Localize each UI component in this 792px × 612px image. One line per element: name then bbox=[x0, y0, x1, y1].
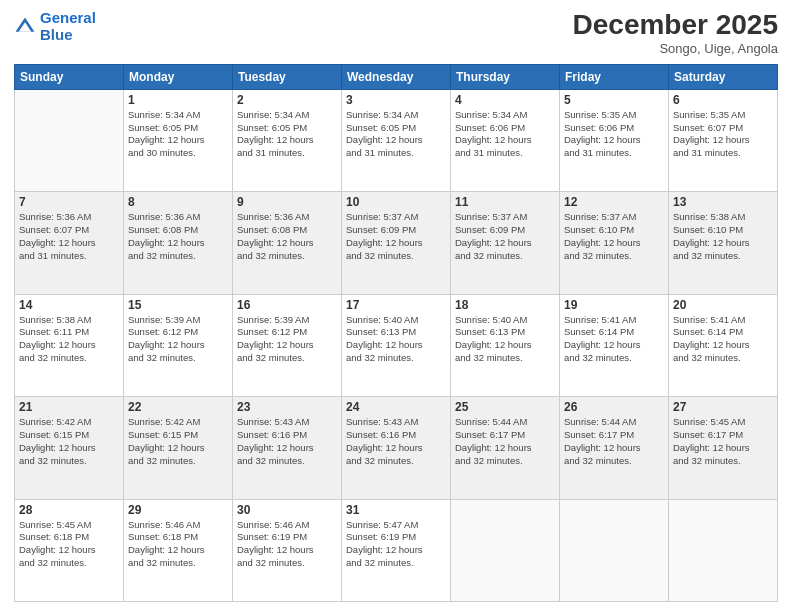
day-info: Sunrise: 5:35 AM Sunset: 6:06 PM Dayligh… bbox=[564, 109, 664, 160]
day-number: 23 bbox=[237, 400, 337, 414]
table-row: 30Sunrise: 5:46 AM Sunset: 6:19 PM Dayli… bbox=[233, 499, 342, 601]
day-number: 7 bbox=[19, 195, 119, 209]
table-row: 2Sunrise: 5:34 AM Sunset: 6:05 PM Daylig… bbox=[233, 89, 342, 191]
table-row: 24Sunrise: 5:43 AM Sunset: 6:16 PM Dayli… bbox=[342, 397, 451, 499]
logo-line1: General bbox=[40, 9, 96, 26]
table-row: 17Sunrise: 5:40 AM Sunset: 6:13 PM Dayli… bbox=[342, 294, 451, 396]
day-number: 8 bbox=[128, 195, 228, 209]
day-number: 12 bbox=[564, 195, 664, 209]
day-info: Sunrise: 5:36 AM Sunset: 6:08 PM Dayligh… bbox=[128, 211, 228, 262]
day-number: 10 bbox=[346, 195, 446, 209]
table-row: 18Sunrise: 5:40 AM Sunset: 6:13 PM Dayli… bbox=[451, 294, 560, 396]
day-number: 27 bbox=[673, 400, 773, 414]
day-number: 26 bbox=[564, 400, 664, 414]
day-number: 31 bbox=[346, 503, 446, 517]
table-row: 12Sunrise: 5:37 AM Sunset: 6:10 PM Dayli… bbox=[560, 192, 669, 294]
table-row: 29Sunrise: 5:46 AM Sunset: 6:18 PM Dayli… bbox=[124, 499, 233, 601]
table-row bbox=[669, 499, 778, 601]
table-row: 4Sunrise: 5:34 AM Sunset: 6:06 PM Daylig… bbox=[451, 89, 560, 191]
table-row bbox=[451, 499, 560, 601]
table-row: 22Sunrise: 5:42 AM Sunset: 6:15 PM Dayli… bbox=[124, 397, 233, 499]
col-sunday: Sunday bbox=[15, 64, 124, 89]
table-row: 21Sunrise: 5:42 AM Sunset: 6:15 PM Dayli… bbox=[15, 397, 124, 499]
col-monday: Monday bbox=[124, 64, 233, 89]
logo-line2: Blue bbox=[40, 26, 73, 43]
day-info: Sunrise: 5:47 AM Sunset: 6:19 PM Dayligh… bbox=[346, 519, 446, 570]
table-row: 6Sunrise: 5:35 AM Sunset: 6:07 PM Daylig… bbox=[669, 89, 778, 191]
table-row: 15Sunrise: 5:39 AM Sunset: 6:12 PM Dayli… bbox=[124, 294, 233, 396]
day-info: Sunrise: 5:40 AM Sunset: 6:13 PM Dayligh… bbox=[346, 314, 446, 365]
day-info: Sunrise: 5:44 AM Sunset: 6:17 PM Dayligh… bbox=[564, 416, 664, 467]
day-number: 4 bbox=[455, 93, 555, 107]
table-row: 25Sunrise: 5:44 AM Sunset: 6:17 PM Dayli… bbox=[451, 397, 560, 499]
table-row: 10Sunrise: 5:37 AM Sunset: 6:09 PM Dayli… bbox=[342, 192, 451, 294]
calendar-title: December 2025 bbox=[573, 10, 778, 41]
day-info: Sunrise: 5:34 AM Sunset: 6:05 PM Dayligh… bbox=[346, 109, 446, 160]
day-info: Sunrise: 5:44 AM Sunset: 6:17 PM Dayligh… bbox=[455, 416, 555, 467]
day-info: Sunrise: 5:42 AM Sunset: 6:15 PM Dayligh… bbox=[128, 416, 228, 467]
day-info: Sunrise: 5:43 AM Sunset: 6:16 PM Dayligh… bbox=[237, 416, 337, 467]
col-saturday: Saturday bbox=[669, 64, 778, 89]
day-number: 21 bbox=[19, 400, 119, 414]
table-row: 14Sunrise: 5:38 AM Sunset: 6:11 PM Dayli… bbox=[15, 294, 124, 396]
col-tuesday: Tuesday bbox=[233, 64, 342, 89]
day-info: Sunrise: 5:37 AM Sunset: 6:10 PM Dayligh… bbox=[564, 211, 664, 262]
day-info: Sunrise: 5:41 AM Sunset: 6:14 PM Dayligh… bbox=[564, 314, 664, 365]
day-number: 19 bbox=[564, 298, 664, 312]
day-info: Sunrise: 5:39 AM Sunset: 6:12 PM Dayligh… bbox=[128, 314, 228, 365]
day-number: 9 bbox=[237, 195, 337, 209]
day-info: Sunrise: 5:36 AM Sunset: 6:08 PM Dayligh… bbox=[237, 211, 337, 262]
day-info: Sunrise: 5:38 AM Sunset: 6:11 PM Dayligh… bbox=[19, 314, 119, 365]
day-number: 2 bbox=[237, 93, 337, 107]
day-number: 17 bbox=[346, 298, 446, 312]
table-row: 9Sunrise: 5:36 AM Sunset: 6:08 PM Daylig… bbox=[233, 192, 342, 294]
day-number: 13 bbox=[673, 195, 773, 209]
table-row: 8Sunrise: 5:36 AM Sunset: 6:08 PM Daylig… bbox=[124, 192, 233, 294]
table-row: 31Sunrise: 5:47 AM Sunset: 6:19 PM Dayli… bbox=[342, 499, 451, 601]
day-info: Sunrise: 5:43 AM Sunset: 6:16 PM Dayligh… bbox=[346, 416, 446, 467]
day-number: 22 bbox=[128, 400, 228, 414]
table-row: 3Sunrise: 5:34 AM Sunset: 6:05 PM Daylig… bbox=[342, 89, 451, 191]
table-row: 28Sunrise: 5:45 AM Sunset: 6:18 PM Dayli… bbox=[15, 499, 124, 601]
day-number: 30 bbox=[237, 503, 337, 517]
table-row: 16Sunrise: 5:39 AM Sunset: 6:12 PM Dayli… bbox=[233, 294, 342, 396]
day-number: 15 bbox=[128, 298, 228, 312]
day-number: 16 bbox=[237, 298, 337, 312]
day-number: 1 bbox=[128, 93, 228, 107]
table-row: 26Sunrise: 5:44 AM Sunset: 6:17 PM Dayli… bbox=[560, 397, 669, 499]
day-info: Sunrise: 5:46 AM Sunset: 6:18 PM Dayligh… bbox=[128, 519, 228, 570]
day-info: Sunrise: 5:35 AM Sunset: 6:07 PM Dayligh… bbox=[673, 109, 773, 160]
col-friday: Friday bbox=[560, 64, 669, 89]
day-info: Sunrise: 5:34 AM Sunset: 6:05 PM Dayligh… bbox=[128, 109, 228, 160]
logo-text: General Blue bbox=[40, 10, 96, 43]
logo-icon bbox=[14, 16, 36, 38]
logo: General Blue bbox=[14, 10, 96, 43]
table-row: 20Sunrise: 5:41 AM Sunset: 6:14 PM Dayli… bbox=[669, 294, 778, 396]
day-number: 6 bbox=[673, 93, 773, 107]
table-row bbox=[560, 499, 669, 601]
header: General Blue December 2025 Songo, Uige, … bbox=[14, 10, 778, 56]
day-info: Sunrise: 5:37 AM Sunset: 6:09 PM Dayligh… bbox=[346, 211, 446, 262]
page: General Blue December 2025 Songo, Uige, … bbox=[0, 0, 792, 612]
table-row: 7Sunrise: 5:36 AM Sunset: 6:07 PM Daylig… bbox=[15, 192, 124, 294]
table-row: 13Sunrise: 5:38 AM Sunset: 6:10 PM Dayli… bbox=[669, 192, 778, 294]
day-number: 28 bbox=[19, 503, 119, 517]
day-info: Sunrise: 5:42 AM Sunset: 6:15 PM Dayligh… bbox=[19, 416, 119, 467]
table-row: 11Sunrise: 5:37 AM Sunset: 6:09 PM Dayli… bbox=[451, 192, 560, 294]
day-number: 3 bbox=[346, 93, 446, 107]
day-info: Sunrise: 5:36 AM Sunset: 6:07 PM Dayligh… bbox=[19, 211, 119, 262]
title-block: December 2025 Songo, Uige, Angola bbox=[573, 10, 778, 56]
calendar-table: Sunday Monday Tuesday Wednesday Thursday… bbox=[14, 64, 778, 602]
day-number: 11 bbox=[455, 195, 555, 209]
table-row: 27Sunrise: 5:45 AM Sunset: 6:17 PM Dayli… bbox=[669, 397, 778, 499]
day-info: Sunrise: 5:37 AM Sunset: 6:09 PM Dayligh… bbox=[455, 211, 555, 262]
day-info: Sunrise: 5:34 AM Sunset: 6:05 PM Dayligh… bbox=[237, 109, 337, 160]
day-number: 14 bbox=[19, 298, 119, 312]
day-number: 29 bbox=[128, 503, 228, 517]
col-thursday: Thursday bbox=[451, 64, 560, 89]
day-info: Sunrise: 5:46 AM Sunset: 6:19 PM Dayligh… bbox=[237, 519, 337, 570]
table-row: 23Sunrise: 5:43 AM Sunset: 6:16 PM Dayli… bbox=[233, 397, 342, 499]
day-info: Sunrise: 5:34 AM Sunset: 6:06 PM Dayligh… bbox=[455, 109, 555, 160]
day-info: Sunrise: 5:45 AM Sunset: 6:17 PM Dayligh… bbox=[673, 416, 773, 467]
day-number: 25 bbox=[455, 400, 555, 414]
